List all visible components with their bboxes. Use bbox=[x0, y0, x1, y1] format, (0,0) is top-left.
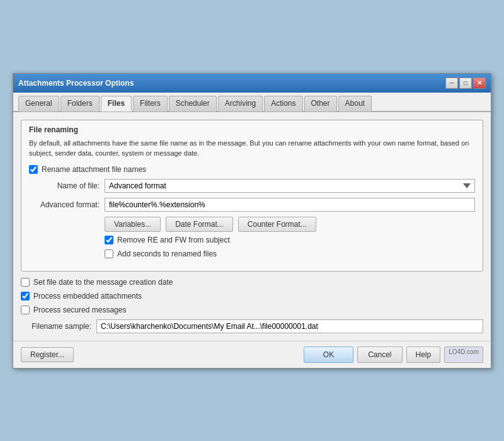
counter-format-button[interactable]: Counter Format... bbox=[238, 217, 316, 232]
process-secured-label: Process secured messages bbox=[33, 306, 126, 314]
tab-folders[interactable]: Folders bbox=[60, 96, 100, 112]
name-of-file-dropdown[interactable]: Advanced format bbox=[105, 179, 475, 193]
maximize-button[interactable]: □ bbox=[459, 77, 472, 89]
bottom-bar: Register... OK Cancel Help LO4D.com bbox=[13, 341, 491, 368]
help-button[interactable]: Help bbox=[406, 346, 441, 363]
tab-other[interactable]: Other bbox=[304, 96, 337, 112]
remove-refw-checkbox[interactable] bbox=[105, 236, 113, 244]
tab-actions[interactable]: Actions bbox=[264, 96, 302, 112]
outer-options: Set file date to the message creation da… bbox=[21, 278, 483, 314]
tab-content: File renaming By default, all attachment… bbox=[13, 112, 491, 341]
filename-sample-label: Filename sample: bbox=[21, 322, 96, 331]
tab-filters[interactable]: Filters bbox=[133, 96, 168, 112]
rename-label: Rename attachment file names bbox=[42, 165, 146, 174]
ok-button[interactable]: OK bbox=[304, 346, 353, 363]
tab-scheduler[interactable]: Scheduler bbox=[169, 96, 217, 112]
advanced-format-input-wrap bbox=[105, 198, 475, 212]
minimize-button[interactable]: ─ bbox=[445, 77, 458, 89]
file-renaming-group: File renaming By default, all attachment… bbox=[21, 120, 483, 272]
description-text: By default, all attachments have the sam… bbox=[29, 138, 475, 159]
process-embedded-label: Process embedded attachments bbox=[33, 292, 142, 301]
group-title: File renaming bbox=[29, 125, 475, 134]
name-of-file-dropdown-wrap: Advanced format bbox=[105, 179, 475, 193]
rename-checkbox[interactable] bbox=[29, 165, 38, 174]
close-button[interactable]: ✕ bbox=[473, 77, 486, 89]
variables-button[interactable]: Variables... bbox=[105, 217, 161, 232]
title-bar: Attachments Processor Options ─ □ ✕ bbox=[13, 74, 491, 93]
window-title: Attachments Processor Options bbox=[18, 79, 134, 88]
process-secured-checkbox[interactable] bbox=[21, 306, 30, 314]
date-format-button[interactable]: Date Format... bbox=[166, 217, 233, 232]
tab-archiving[interactable]: Archiving bbox=[218, 96, 263, 112]
name-of-file-row: Name of file: Advanced format bbox=[29, 179, 475, 193]
remove-refw-row: Remove RE and FW from subject bbox=[105, 236, 475, 244]
process-embedded-checkbox[interactable] bbox=[21, 292, 30, 301]
set-file-date-checkbox[interactable] bbox=[21, 278, 30, 287]
add-seconds-row: Add seconds to renamed files bbox=[105, 249, 475, 258]
rename-checkbox-row: Rename attachment file names bbox=[29, 165, 475, 174]
add-seconds-label: Add seconds to renamed files bbox=[117, 249, 217, 258]
advanced-format-input[interactable] bbox=[105, 198, 475, 212]
filename-sample-input[interactable] bbox=[96, 319, 483, 333]
process-secured-row: Process secured messages bbox=[21, 306, 483, 314]
format-buttons-row: Variables... Date Format... Counter Form… bbox=[105, 217, 475, 232]
title-bar-buttons: ─ □ ✕ bbox=[445, 77, 486, 89]
add-seconds-checkbox[interactable] bbox=[105, 249, 113, 258]
lo4d-badge: LO4D.com bbox=[444, 346, 483, 363]
cancel-button[interactable]: Cancel bbox=[357, 346, 402, 363]
process-embedded-row: Process embedded attachments bbox=[21, 292, 483, 301]
advanced-format-label: Advanced format: bbox=[29, 200, 105, 209]
name-of-file-label: Name of file: bbox=[29, 181, 105, 190]
advanced-format-row: Advanced format: bbox=[29, 198, 475, 212]
set-file-date-label: Set file date to the message creation da… bbox=[33, 278, 173, 287]
tab-general[interactable]: General bbox=[18, 96, 59, 112]
register-button[interactable]: Register... bbox=[21, 347, 74, 362]
set-file-date-row: Set file date to the message creation da… bbox=[21, 278, 483, 287]
tab-files[interactable]: Files bbox=[101, 96, 132, 112]
bottom-right-buttons: OK Cancel Help LO4D.com bbox=[304, 346, 483, 363]
filename-sample-row: Filename sample: bbox=[21, 319, 483, 333]
tab-bar: General Folders Files Filters Scheduler … bbox=[13, 93, 491, 112]
main-window: Attachments Processor Options ─ □ ✕ Gene… bbox=[13, 73, 491, 369]
tab-about[interactable]: About bbox=[338, 96, 372, 112]
remove-refw-label: Remove RE and FW from subject bbox=[117, 236, 230, 244]
